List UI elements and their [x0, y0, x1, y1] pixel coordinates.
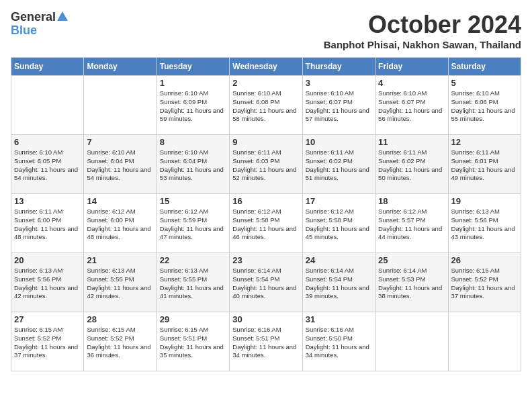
calendar-cell: 13Sunrise: 6:11 AM Sunset: 6:00 PM Dayli…	[11, 194, 84, 253]
day-number: 19	[451, 196, 518, 206]
cell-content: Sunrise: 6:14 AM Sunset: 5:54 PM Dayligh…	[232, 267, 299, 301]
cell-content: Sunrise: 6:10 AM Sunset: 6:09 PM Dayligh…	[160, 89, 226, 124]
calendar-cell: 2Sunrise: 6:10 AM Sunset: 6:08 PM Daylig…	[230, 76, 302, 135]
logo-blue-text: Blue	[11, 24, 37, 37]
logo-general-text: General	[11, 11, 56, 24]
calendar-cell: 5Sunrise: 6:10 AM Sunset: 6:06 PM Daylig…	[448, 76, 521, 135]
calendar-cell	[375, 312, 448, 371]
day-number: 27	[14, 314, 81, 324]
cell-content: Sunrise: 6:15 AM Sunset: 5:52 PM Dayligh…	[14, 326, 81, 360]
day-number: 5	[451, 78, 518, 88]
cell-content: Sunrise: 6:11 AM Sunset: 6:01 PM Dayligh…	[451, 148, 518, 183]
calendar-cell: 28Sunrise: 6:15 AM Sunset: 5:52 PM Dayli…	[84, 312, 157, 371]
cell-content: Sunrise: 6:11 AM Sunset: 6:02 PM Dayligh…	[378, 148, 445, 183]
calendar-cell: 16Sunrise: 6:12 AM Sunset: 5:58 PM Dayli…	[230, 194, 302, 253]
calendar-cell: 7Sunrise: 6:10 AM Sunset: 6:04 PM Daylig…	[84, 135, 157, 194]
location: Banphot Phisai, Nakhon Sawan, Thailand	[324, 39, 521, 50]
calendar-cell: 25Sunrise: 6:14 AM Sunset: 5:53 PM Dayli…	[375, 253, 448, 312]
day-number: 18	[378, 196, 445, 206]
week-row-2: 6Sunrise: 6:10 AM Sunset: 6:05 PM Daylig…	[11, 135, 521, 194]
day-number: 31	[306, 314, 372, 324]
calendar-table: SundayMondayTuesdayWednesdayThursdayFrid…	[11, 57, 521, 371]
calendar-cell: 11Sunrise: 6:11 AM Sunset: 6:02 PM Dayli…	[375, 135, 448, 194]
day-number: 30	[232, 314, 299, 324]
calendar-cell	[448, 312, 521, 371]
cell-content: Sunrise: 6:10 AM Sunset: 6:07 PM Dayligh…	[306, 89, 372, 124]
calendar-cell: 14Sunrise: 6:12 AM Sunset: 6:00 PM Dayli…	[84, 194, 157, 253]
day-number: 4	[378, 78, 445, 88]
day-number: 15	[160, 196, 226, 206]
calendar-cell: 23Sunrise: 6:14 AM Sunset: 5:54 PM Dayli…	[230, 253, 302, 312]
cell-content: Sunrise: 6:14 AM Sunset: 5:54 PM Dayligh…	[306, 267, 372, 301]
cell-content: Sunrise: 6:10 AM Sunset: 6:06 PM Dayligh…	[451, 89, 518, 124]
cell-content: Sunrise: 6:15 AM Sunset: 5:52 PM Dayligh…	[87, 326, 153, 360]
calendar-cell: 31Sunrise: 6:16 AM Sunset: 5:50 PM Dayli…	[302, 312, 375, 371]
day-number: 12	[451, 137, 518, 147]
cell-content: Sunrise: 6:10 AM Sunset: 6:04 PM Dayligh…	[87, 148, 153, 183]
cell-content: Sunrise: 6:13 AM Sunset: 5:56 PM Dayligh…	[451, 208, 518, 242]
cell-content: Sunrise: 6:15 AM Sunset: 5:51 PM Dayligh…	[160, 326, 226, 360]
cell-content: Sunrise: 6:10 AM Sunset: 6:07 PM Dayligh…	[378, 89, 445, 124]
calendar-cell: 17Sunrise: 6:12 AM Sunset: 5:58 PM Dayli…	[302, 194, 375, 253]
cell-content: Sunrise: 6:12 AM Sunset: 6:00 PM Dayligh…	[87, 208, 153, 242]
day-header-wednesday: Wednesday	[230, 58, 302, 76]
calendar-cell: 15Sunrise: 6:12 AM Sunset: 5:59 PM Dayli…	[157, 194, 229, 253]
day-number: 25	[378, 255, 445, 265]
calendar-cell: 30Sunrise: 6:16 AM Sunset: 5:51 PM Dayli…	[230, 312, 302, 371]
day-number: 22	[160, 255, 226, 265]
day-number: 23	[232, 255, 299, 265]
day-number: 24	[306, 255, 372, 265]
calendar-cell	[84, 76, 157, 135]
calendar-cell: 6Sunrise: 6:10 AM Sunset: 6:05 PM Daylig…	[11, 135, 84, 194]
cell-content: Sunrise: 6:12 AM Sunset: 5:58 PM Dayligh…	[306, 208, 372, 242]
cell-content: Sunrise: 6:13 AM Sunset: 5:55 PM Dayligh…	[160, 267, 226, 301]
day-number: 9	[232, 137, 299, 147]
calendar-cell: 24Sunrise: 6:14 AM Sunset: 5:54 PM Dayli…	[302, 253, 375, 312]
week-row-5: 27Sunrise: 6:15 AM Sunset: 5:52 PM Dayli…	[11, 312, 521, 371]
day-number: 3	[306, 78, 372, 88]
calendar-cell: 8Sunrise: 6:10 AM Sunset: 6:04 PM Daylig…	[157, 135, 229, 194]
day-number: 29	[160, 314, 226, 324]
calendar-cell: 29Sunrise: 6:15 AM Sunset: 5:51 PM Dayli…	[157, 312, 229, 371]
day-number: 13	[14, 196, 81, 206]
calendar-cell: 26Sunrise: 6:15 AM Sunset: 5:52 PM Dayli…	[448, 253, 521, 312]
day-number: 26	[451, 255, 518, 265]
cell-content: Sunrise: 6:13 AM Sunset: 5:56 PM Dayligh…	[14, 267, 81, 301]
cell-content: Sunrise: 6:16 AM Sunset: 5:51 PM Dayligh…	[232, 326, 299, 360]
cell-content: Sunrise: 6:12 AM Sunset: 5:58 PM Dayligh…	[232, 208, 299, 242]
day-number: 21	[87, 255, 153, 265]
calendar-cell: 21Sunrise: 6:13 AM Sunset: 5:55 PM Dayli…	[84, 253, 157, 312]
calendar-cell: 9Sunrise: 6:11 AM Sunset: 6:03 PM Daylig…	[230, 135, 302, 194]
day-number: 16	[232, 196, 299, 206]
cell-content: Sunrise: 6:14 AM Sunset: 5:53 PM Dayligh…	[378, 267, 445, 301]
day-number: 20	[14, 255, 81, 265]
cell-content: Sunrise: 6:15 AM Sunset: 5:52 PM Dayligh…	[451, 267, 518, 301]
day-header-friday: Friday	[375, 58, 448, 76]
cell-content: Sunrise: 6:12 AM Sunset: 5:59 PM Dayligh…	[160, 208, 226, 242]
title-block: October 2024 Banphot Phisai, Nakhon Sawa…	[324, 11, 521, 50]
calendar-cell: 20Sunrise: 6:13 AM Sunset: 5:56 PM Dayli…	[11, 253, 84, 312]
calendar-cell: 3Sunrise: 6:10 AM Sunset: 6:07 PM Daylig…	[302, 76, 375, 135]
day-number: 7	[87, 137, 153, 147]
cell-content: Sunrise: 6:10 AM Sunset: 6:04 PM Dayligh…	[160, 148, 226, 183]
day-number: 1	[160, 78, 226, 88]
calendar-header-row: SundayMondayTuesdayWednesdayThursdayFrid…	[11, 58, 521, 76]
day-number: 8	[160, 137, 226, 147]
week-row-3: 13Sunrise: 6:11 AM Sunset: 6:00 PM Dayli…	[11, 194, 521, 253]
month-title: October 2024	[324, 11, 521, 39]
day-number: 2	[232, 78, 299, 88]
day-header-saturday: Saturday	[448, 58, 521, 76]
calendar-cell: 1Sunrise: 6:10 AM Sunset: 6:09 PM Daylig…	[157, 76, 229, 135]
cell-content: Sunrise: 6:11 AM Sunset: 6:00 PM Dayligh…	[14, 208, 81, 242]
logo: General Blue	[11, 11, 68, 38]
calendar-cell: 19Sunrise: 6:13 AM Sunset: 5:56 PM Dayli…	[448, 194, 521, 253]
cell-content: Sunrise: 6:13 AM Sunset: 5:55 PM Dayligh…	[87, 267, 153, 301]
week-row-1: 1Sunrise: 6:10 AM Sunset: 6:09 PM Daylig…	[11, 76, 521, 135]
day-number: 6	[14, 137, 81, 147]
logo-triangle-icon	[57, 11, 68, 24]
calendar-cell: 12Sunrise: 6:11 AM Sunset: 6:01 PM Dayli…	[448, 135, 521, 194]
calendar-cell: 4Sunrise: 6:10 AM Sunset: 6:07 PM Daylig…	[375, 76, 448, 135]
day-number: 14	[87, 196, 153, 206]
day-number: 28	[87, 314, 153, 324]
day-number: 17	[306, 196, 372, 206]
